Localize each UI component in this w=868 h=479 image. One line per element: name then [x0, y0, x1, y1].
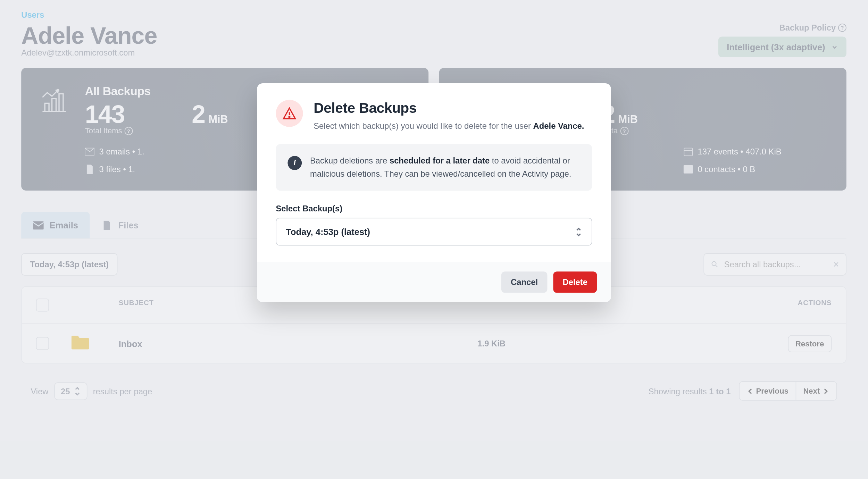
delete-backups-modal: Delete Backups Select which backup(s) yo…	[257, 83, 611, 302]
updown-icon	[575, 227, 582, 237]
modal-description: Select which backup(s) you would like to…	[314, 120, 592, 132]
info-box: i Backup deletions are scheduled for a l…	[276, 144, 592, 191]
modal-backup-select[interactable]: Today, 4:53p (latest)	[276, 218, 592, 246]
cancel-button[interactable]: Cancel	[501, 272, 547, 293]
delete-button[interactable]: Delete	[553, 272, 597, 293]
select-backups-label: Select Backup(s)	[276, 204, 592, 213]
svg-point-7	[289, 117, 290, 118]
modal-title: Delete Backups	[314, 100, 592, 117]
info-icon: i	[287, 156, 302, 170]
warning-icon	[276, 100, 303, 127]
modal-overlay[interactable]: Delete Backups Select which backup(s) yo…	[0, 0, 868, 479]
